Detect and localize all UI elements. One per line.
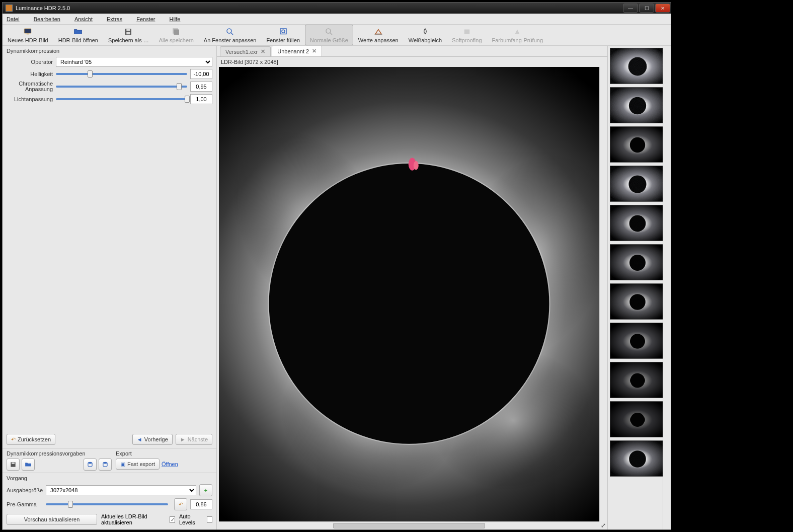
brightness-slider[interactable] xyxy=(56,70,187,78)
close-icon[interactable]: ✕ xyxy=(312,48,316,54)
titlebar[interactable]: Luminance HDR 2.5.0 — ☐ ✕ xyxy=(3,3,671,14)
svg-rect-4 xyxy=(127,32,131,34)
thumbnail-scrollbar[interactable] xyxy=(663,46,671,529)
close-icon[interactable]: ✕ xyxy=(261,48,265,55)
app-window: Luminance HDR 2.5.0 — ☐ ✕ Datei Bearbeit… xyxy=(2,2,671,530)
update-ldr-label: Aktuelles LDR-Bild aktualisieren xyxy=(101,513,166,525)
menu-extras[interactable]: Extras xyxy=(107,16,129,22)
save-icon xyxy=(123,27,134,36)
auto-levels-checkbox[interactable] xyxy=(207,516,212,523)
svg-rect-52 xyxy=(610,245,663,280)
svg-point-18 xyxy=(103,462,107,464)
tool-open-hdr[interactable]: HDR-Bild öffnen xyxy=(53,25,103,45)
tabs: Versuch1.exr✕ Unbenannt 2✕ xyxy=(217,46,607,57)
undo-icon: ↶ xyxy=(11,436,16,443)
svg-rect-1 xyxy=(27,33,29,34)
svg-rect-72 xyxy=(610,441,663,477)
tool-new-hdr[interactable]: Neues HDR-Bild xyxy=(3,25,53,45)
thumbnail-item[interactable] xyxy=(610,244,663,280)
tool-fit-window[interactable]: An Fenster anpassen xyxy=(199,25,262,45)
open-link[interactable]: Öffnen xyxy=(162,461,178,467)
pregamma-slider[interactable] xyxy=(46,501,168,508)
tool-save-all: Alle speichern xyxy=(154,25,199,45)
eclipse-image xyxy=(219,67,599,521)
thumbnail-item[interactable] xyxy=(610,362,663,398)
zoom-actual-icon xyxy=(324,27,335,36)
operator-select[interactable]: Reinhard '05 xyxy=(56,57,212,67)
next-button[interactable]: ►Nächste xyxy=(176,434,212,445)
svg-point-28 xyxy=(414,161,419,170)
thumbnail-panel xyxy=(607,46,671,529)
tool-fill-window[interactable]: Fenster füllen xyxy=(261,25,305,45)
size-add-button[interactable]: + xyxy=(199,484,212,496)
maximize-button[interactable]: ☐ xyxy=(639,4,654,13)
tool-save-as[interactable]: Speichern als … xyxy=(103,25,154,45)
size-label: Ausgabegröße xyxy=(7,487,46,493)
thumbnail-item[interactable] xyxy=(610,401,663,437)
svg-rect-64 xyxy=(610,362,663,398)
update-ldr-checkbox[interactable] xyxy=(170,516,175,523)
pregamma-input[interactable] xyxy=(190,499,212,509)
chroma-input[interactable] xyxy=(190,82,212,92)
update-preview-button[interactable]: Vorschau aktualisieren xyxy=(7,514,97,525)
preset-db-button[interactable] xyxy=(84,459,97,471)
vertical-scrollbar[interactable] xyxy=(599,67,607,521)
prev-button[interactable]: ◄Vorherige xyxy=(132,434,173,445)
pregamma-reset-button[interactable]: ↶ xyxy=(174,498,187,510)
image-info-label: LDR-Bild [3072 x 2048] xyxy=(217,57,607,67)
tab-unbenannt2[interactable]: Unbenannt 2✕ xyxy=(272,46,322,56)
menu-edit[interactable]: Bearbeiten xyxy=(34,16,67,22)
undo-icon: ↶ xyxy=(179,501,183,508)
thumbnail-list[interactable] xyxy=(608,46,663,529)
canvas-wrap: ⤢ xyxy=(217,67,607,529)
preset-open-button[interactable] xyxy=(22,459,35,471)
tool-adjust-levels[interactable]: Werte anpassen xyxy=(353,25,404,45)
size-select[interactable]: 3072x2048 xyxy=(46,485,196,495)
light-input[interactable] xyxy=(190,94,212,104)
svg-line-8 xyxy=(231,32,233,35)
close-button[interactable]: ✕ xyxy=(655,4,670,13)
minimize-button[interactable]: — xyxy=(623,4,638,13)
thumbnail-item[interactable] xyxy=(610,283,663,320)
light-slider[interactable] xyxy=(56,96,187,103)
tool-white-balance[interactable]: Weißabgleich xyxy=(404,25,447,45)
fast-export-button[interactable]: ▣Fast export xyxy=(116,459,160,470)
svg-rect-48 xyxy=(610,205,663,241)
fit-corner-icon[interactable]: ⤢ xyxy=(599,521,607,529)
light-label: Lichtanpassung xyxy=(7,96,56,102)
arrow-right-icon: ► xyxy=(180,436,186,442)
arrow-left-icon: ◄ xyxy=(137,436,142,442)
svg-rect-40 xyxy=(610,127,663,163)
chroma-label: Chromatische Anpassung xyxy=(7,81,56,92)
brightness-input[interactable] xyxy=(190,69,212,79)
save-all-icon xyxy=(171,27,182,36)
menu-help[interactable]: Hilfe xyxy=(169,16,187,22)
content-area: Dynamikkompression Operator Reinhard '05… xyxy=(3,46,671,529)
svg-rect-14 xyxy=(464,29,470,34)
operator-label: Operator xyxy=(7,59,56,65)
preset-db2-button[interactable] xyxy=(99,459,112,471)
menu-view[interactable]: Ansicht xyxy=(74,16,100,22)
preset-save-button[interactable] xyxy=(7,459,20,471)
thumbnail-item[interactable] xyxy=(610,126,663,163)
menu-window[interactable]: Fenster xyxy=(136,16,162,22)
menu-file[interactable]: Datei xyxy=(7,16,27,22)
reset-button[interactable]: ↶Zurücksetzen xyxy=(7,434,55,445)
image-canvas[interactable] xyxy=(219,67,599,521)
svg-rect-68 xyxy=(610,402,663,437)
thumbnail-item[interactable] xyxy=(610,323,663,359)
thumbnail-item[interactable] xyxy=(610,440,663,477)
thumbnail-item[interactable] xyxy=(610,48,663,84)
svg-rect-3 xyxy=(127,29,131,31)
thumbnail-item[interactable] xyxy=(610,87,663,123)
thumbnail-item[interactable] xyxy=(610,166,663,202)
panel-title: Dynamikkompression xyxy=(3,46,216,56)
app-icon xyxy=(6,5,13,12)
horizontal-scrollbar[interactable] xyxy=(219,521,599,529)
chroma-slider[interactable] xyxy=(56,83,187,90)
svg-rect-56 xyxy=(610,284,663,320)
tab-versuch1[interactable]: Versuch1.exr✕ xyxy=(220,46,271,56)
tool-normal-size[interactable]: Normale Größe xyxy=(305,25,353,45)
svg-rect-36 xyxy=(610,88,663,123)
thumbnail-item[interactable] xyxy=(610,205,663,241)
